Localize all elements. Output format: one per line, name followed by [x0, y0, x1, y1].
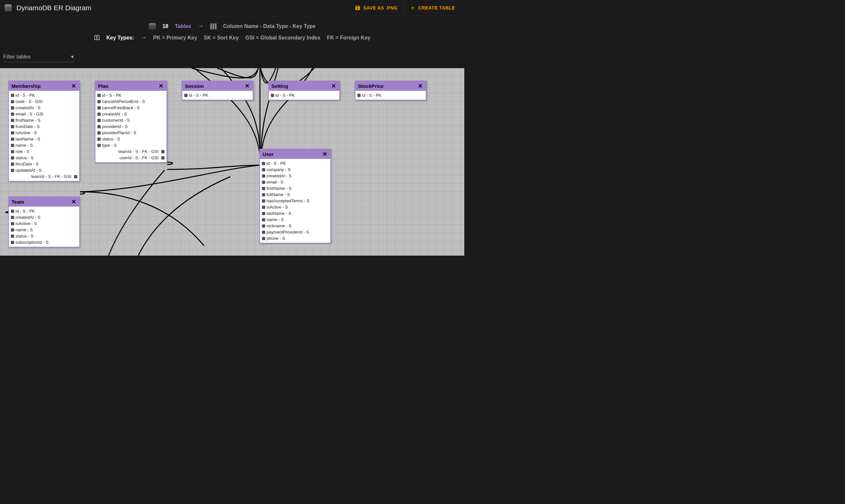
attribute-row[interactable]: subscriptionId - S	[10, 239, 79, 246]
port-icon	[97, 112, 101, 116]
entity-header[interactable]: StockPrice ✕	[355, 81, 426, 91]
attribute-row[interactable]: fullName - S	[260, 192, 330, 198]
attribute-label: isActive - S	[267, 205, 288, 210]
attribute-row[interactable]: name - S	[260, 216, 330, 223]
attribute-label: createdAt - S	[16, 105, 40, 110]
attribute-row[interactable]: phone - S	[260, 235, 330, 241]
attribute-row[interactable]: thruDate - S	[10, 161, 79, 167]
attribute-row-fk[interactable]: userId - S - FK - GSI	[96, 155, 166, 161]
tables-link[interactable]: Tables	[175, 23, 192, 29]
port-icon	[262, 199, 265, 203]
attribute-row[interactable]: id - S - PK	[356, 92, 425, 98]
close-icon[interactable]: ✕	[322, 151, 328, 158]
er-canvas[interactable]: Membership ✕ id - S - PKcode - S - GSIcr…	[0, 68, 464, 256]
entity-header[interactable]: Setting ✕	[269, 81, 339, 91]
attribute-label: customerId - S	[102, 118, 130, 123]
port-icon	[97, 106, 101, 110]
attribute-row[interactable]: paymentProviderId - S	[260, 229, 330, 235]
entity-user[interactable]: User ✕ id - S - PKcompany - ScreatedAt -…	[259, 149, 331, 244]
close-icon[interactable]: ✕	[158, 83, 164, 89]
save-as-png-button[interactable]: SAVE AS .PNG	[350, 2, 402, 14]
entity-header[interactable]: Session ✕	[182, 81, 253, 91]
attribute-label: updatedAt - S	[16, 168, 42, 173]
attribute-row[interactable]: firstName - S	[260, 185, 330, 192]
entity-team[interactable]: Team ✕ id - S - PKcreatedAt - SisActive …	[8, 196, 80, 247]
attribute-label: id - S - PK	[275, 93, 295, 98]
attribute-row[interactable]: id - S - PK	[183, 92, 252, 98]
attribute-row[interactable]: providerId - S	[96, 123, 166, 130]
attribute-row[interactable]: providerPlanId - S	[96, 130, 166, 136]
attribute-row[interactable]: email - S - GSI	[10, 111, 79, 117]
entity-plan[interactable]: Plan ✕ id - S - PKcancelAtPeriodEnd - Sc…	[95, 80, 167, 163]
attribute-label: id - S - PK	[102, 93, 122, 98]
attribute-row[interactable]: lastName - S	[260, 210, 330, 216]
attribute-row[interactable]: id - S - PK	[10, 92, 79, 98]
attribute-row[interactable]: company - S	[260, 166, 330, 173]
entity-membership[interactable]: Membership ✕ id - S - PKcode - S - GSIcr…	[8, 80, 80, 182]
attribute-row[interactable]: createdAt - S	[260, 173, 330, 179]
attribute-label: status - S	[16, 155, 34, 160]
attribute-row[interactable]: name - S	[10, 227, 79, 233]
attribute-row[interactable]: status - S	[96, 136, 166, 142]
attribute-row[interactable]: isActive - S	[10, 220, 79, 227]
entity-setting[interactable]: Setting ✕ id - S - PK	[268, 80, 340, 100]
entity-title: User	[263, 151, 273, 157]
topbar: DynamoDB ER Diagram SAVE AS .PNG CREATE …	[0, 0, 464, 16]
port-icon	[11, 106, 14, 110]
entity-stockprice[interactable]: StockPrice ✕ id - S - PK	[355, 80, 427, 100]
close-icon[interactable]: ✕	[244, 83, 250, 89]
database-icon	[5, 4, 12, 12]
close-icon[interactable]: ✕	[417, 83, 423, 89]
attribute-row[interactable]: id - S - PK	[96, 92, 166, 98]
port-icon	[161, 150, 164, 153]
close-icon[interactable]: ✕	[71, 83, 77, 89]
sk-def: SK = Sort Key	[204, 35, 238, 41]
attribute-row[interactable]: id - S - PK	[260, 160, 330, 166]
attribute-row[interactable]: role - S	[10, 148, 79, 155]
attribute-row[interactable]: createdAt - S	[10, 105, 79, 111]
attribute-row[interactable]: cancelAtPeriodEnd - S	[96, 98, 166, 105]
attribute-row[interactable]: firstName - S	[10, 117, 79, 123]
close-icon[interactable]: ✕	[331, 83, 337, 89]
attribute-label: firstName - S	[16, 118, 40, 123]
entity-session[interactable]: Session ✕ id - S - PK	[182, 80, 253, 100]
attribute-row[interactable]: createdAt - S	[10, 214, 79, 220]
attribute-row[interactable]: nickname - S	[260, 223, 330, 229]
filter-tables-select[interactable]: Filter tables ▾	[3, 52, 74, 62]
attribute-row[interactable]: isActive - S	[260, 204, 330, 210]
port-icon	[11, 228, 14, 232]
create-table-button[interactable]: CREATE TABLE	[405, 2, 460, 14]
entity-title: Session	[185, 83, 204, 89]
port-icon	[97, 94, 101, 97]
pk-def: PK = Primary Key	[153, 35, 197, 41]
attribute-row[interactable]: fromDate - S	[10, 123, 79, 130]
entity-header[interactable]: User ✕	[260, 149, 330, 159]
attribute-row[interactable]: updatedAt - S	[10, 167, 79, 173]
attribute-row[interactable]: name - S	[10, 142, 79, 148]
divider	[403, 3, 404, 13]
attribute-row[interactable]: customerId - S	[96, 117, 166, 123]
port-icon	[11, 100, 14, 103]
attribute-row[interactable]: id - S - PK	[10, 208, 79, 214]
entity-header[interactable]: Membership ✕	[9, 81, 79, 91]
attribute-row[interactable]: lastName - S	[10, 136, 79, 142]
attribute-row-fk[interactable]: teamId - S - FK - GSI	[10, 173, 79, 180]
attribute-row[interactable]: email - S	[260, 179, 330, 185]
attribute-row[interactable]: hasAcceptedTerms - S	[260, 198, 330, 204]
close-icon[interactable]: ✕	[71, 198, 77, 205]
key-icon: ⚿	[94, 34, 100, 41]
port-icon	[97, 125, 101, 128]
attribute-row[interactable]: code - S - GSI	[10, 98, 79, 105]
attribute-row[interactable]: id - S - PK	[269, 92, 339, 98]
entity-header[interactable]: Team ✕	[9, 197, 79, 206]
entity-header[interactable]: Plan ✕	[95, 81, 166, 91]
column-caption: Column Name - Data Type - Key Type	[223, 23, 316, 29]
attribute-row[interactable]: status - S	[10, 155, 79, 161]
attribute-row[interactable]: isActive - S	[10, 130, 79, 136]
attribute-row[interactable]: status - S	[10, 233, 79, 239]
attribute-row[interactable]: createdAt - S	[96, 111, 166, 117]
table-count: 18	[163, 23, 168, 29]
attribute-row[interactable]: cancelFeedback - S	[96, 105, 166, 111]
attribute-row-fk[interactable]: teamId - S - FK - GSI	[96, 148, 166, 155]
attribute-row[interactable]: type - S	[96, 142, 166, 148]
